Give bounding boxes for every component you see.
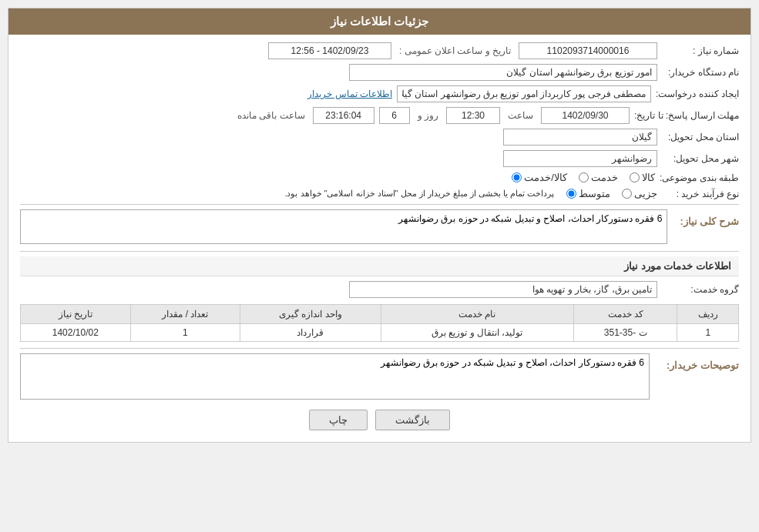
shomara-input[interactable]	[519, 42, 657, 59]
cell-name: تولید، انتقال و توزیع برق	[381, 324, 573, 342]
note-text: پرداخت تمام یا بخشی از مبلغ خریدار از مح…	[284, 189, 554, 199]
page-header: جزئیات اطلاعات نیاز	[8, 8, 751, 35]
baqi-mande-label: ساعت باقی مانده	[237, 110, 305, 121]
radio-khadamat-item[interactable]: خدمت	[579, 172, 618, 183]
col-date: تاریخ نیاز	[21, 305, 131, 324]
radio-khadamat-label: خدمت	[591, 172, 618, 183]
ettelaat-tamas-link[interactable]: اطلاعات تماس خریدار	[307, 89, 392, 99]
cell-unit: قرارداد	[240, 324, 381, 342]
shomara-row: شماره نیاز : تاریخ و ساعت اعلان عمومی :	[20, 42, 739, 59]
tosihaat-label: توصیحات خریدار:	[662, 360, 739, 371]
radio-kala[interactable]	[630, 172, 640, 182]
radio-kala-khadamat[interactable]	[512, 172, 522, 182]
radio-jozi-item[interactable]: جزیی	[622, 188, 657, 199]
tosihaat-textarea[interactable]: 6 فقره دستورکار احداث، اصلاح و تبدیل شبک…	[20, 353, 650, 400]
gorohe-row: گروه خدمت:	[20, 281, 739, 298]
tosihaat-row: توصیحات خریدار: 6 فقره دستورکار احداث، ا…	[20, 353, 739, 402]
btn-print[interactable]: چاپ	[309, 410, 368, 430]
radio-motevaset[interactable]	[566, 189, 576, 199]
gorohe-input[interactable]	[349, 281, 657, 298]
table-row: 1 ت -35-351 تولید، انتقال و توزیع برق قر…	[21, 324, 739, 342]
saat-input[interactable]	[446, 107, 500, 124]
ostan-row: استان محل تحویل:	[20, 129, 739, 146]
nam-dastgah-input[interactable]	[349, 64, 657, 81]
shahr-label: شهر محل تحویل:	[662, 153, 739, 164]
shahr-input[interactable]	[503, 150, 657, 167]
farayand-radio-group: جزیی متوسط	[566, 188, 657, 199]
button-row: بازگشت چاپ	[20, 410, 739, 430]
radio-jozi-label: جزیی	[634, 188, 657, 199]
mohlat-date-input[interactable]	[541, 107, 630, 124]
nam-dastgah-row: نام دستگاه خریدار:	[20, 64, 739, 81]
ostan-label: استان محل تحویل:	[662, 132, 739, 142]
ettelaat-khadamat-header: اطلاعات خدمات مورد نیاز	[20, 256, 739, 276]
col-radif: ردیف	[677, 305, 739, 324]
radio-kala-label: کالا	[642, 172, 655, 183]
col-unit: واحد اندازه گیری	[240, 305, 381, 324]
services-table-section: ردیف کد خدمت نام خدمت واحد اندازه گیری ت…	[20, 304, 739, 342]
cell-radif: 1	[677, 324, 739, 342]
ijad-konande-label: ایجاد کننده درخواست:	[656, 89, 739, 99]
now-farayand-row: نوع فرآیند خرید : جزیی متوسط پرداخت تمام…	[20, 188, 739, 199]
shahr-row: شهر محل تحویل:	[20, 150, 739, 167]
baqi-mande-input[interactable]	[313, 107, 374, 124]
now-farayand-label: نوع فرآیند خرید :	[662, 189, 739, 199]
col-name: نام خدمت	[381, 305, 573, 324]
shomara-label: شماره نیاز :	[662, 45, 739, 56]
mohlat-label: مهلت ارسال پاسخ: تا تاریخ:	[634, 110, 739, 121]
tabaqe-radio-group: کالا خدمت کالا/خدمت	[512, 172, 655, 183]
gorohe-label: گروه خدمت:	[662, 284, 739, 295]
radio-jozi[interactable]	[622, 189, 632, 199]
radio-kala-khadamat-label: کالا/خدمت	[524, 172, 567, 183]
cell-date: 1402/10/02	[21, 324, 131, 342]
radio-motevaset-item[interactable]: متوسط	[566, 188, 610, 199]
radio-motevaset-label: متوسط	[579, 188, 610, 199]
mohlat-row: مهلت ارسال پاسخ: تا تاریخ: ساعت روز و سا…	[20, 107, 739, 124]
ijad-konande-row: ایجاد کننده درخواست: اطلاعات تماس خریدار	[20, 85, 739, 102]
radio-khadamat[interactable]	[579, 172, 589, 182]
tabaqe-label: طبقه بندی موضوعی:	[660, 172, 739, 183]
sharh-label: شرح کلی نیاز:	[680, 216, 739, 227]
radio-kala-khadamat-item[interactable]: کالا/خدمت	[512, 172, 567, 183]
roz-label: روز و	[418, 110, 438, 121]
roz-input[interactable]	[379, 107, 410, 124]
ijad-konande-input[interactable]	[397, 85, 651, 102]
col-code: کد خدمت	[573, 305, 677, 324]
nam-dastgah-label: نام دستگاه خریدار:	[662, 67, 739, 78]
col-count: تعداد / مقدار	[130, 305, 240, 324]
tabaqe-row: طبقه بندی موضوعی: کالا خدمت کالا/خدمت	[20, 172, 739, 183]
tarikh-input[interactable]	[268, 42, 391, 59]
ostan-input[interactable]	[503, 129, 657, 146]
btn-back[interactable]: بازگشت	[375, 410, 450, 430]
cell-code: ت -35-351	[573, 324, 677, 342]
services-table: ردیف کد خدمت نام خدمت واحد اندازه گیری ت…	[20, 304, 739, 342]
sharh-row: شرح کلی نیاز: 6 فقره دستورکار احداث، اصل…	[20, 209, 739, 246]
sharh-textarea[interactable]: 6 فقره دستورکار احداث، اصلاح و تبدیل شبک…	[20, 209, 667, 244]
saat-label: ساعت	[508, 110, 533, 121]
tarikh-label: تاریخ و ساعت اعلان عمومی :	[399, 45, 511, 56]
radio-kala-item[interactable]: کالا	[630, 172, 655, 183]
cell-count: 1	[130, 324, 240, 342]
